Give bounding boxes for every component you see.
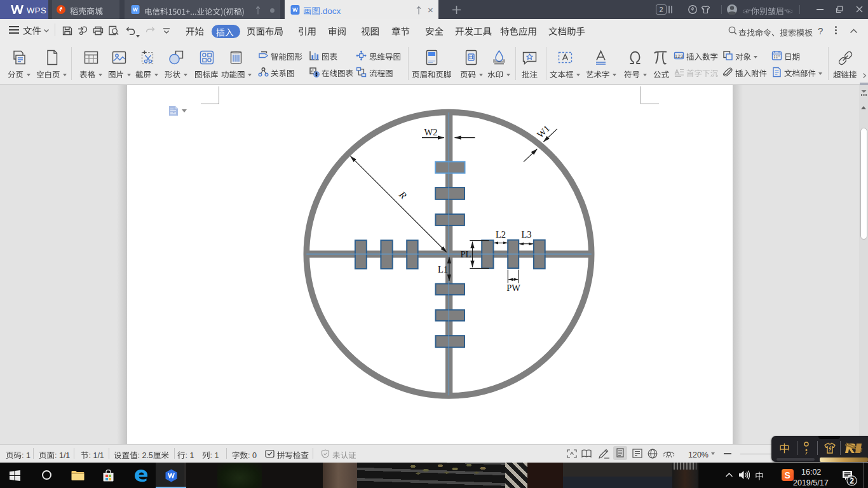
svg-text:PW: PW [506, 283, 520, 293]
svg-text:PL: PL [461, 249, 471, 259]
svg-text:123: 123 [675, 53, 684, 59]
svg-text:L1: L1 [438, 264, 448, 274]
svg-text:L2: L2 [496, 229, 506, 240]
svg-text:2: 2 [850, 477, 854, 485]
svg-text:R: R [397, 189, 409, 201]
svg-text:W1: W1 [535, 123, 552, 140]
svg-text:W2: W2 [424, 127, 438, 137]
svg-text:L3: L3 [521, 229, 531, 240]
